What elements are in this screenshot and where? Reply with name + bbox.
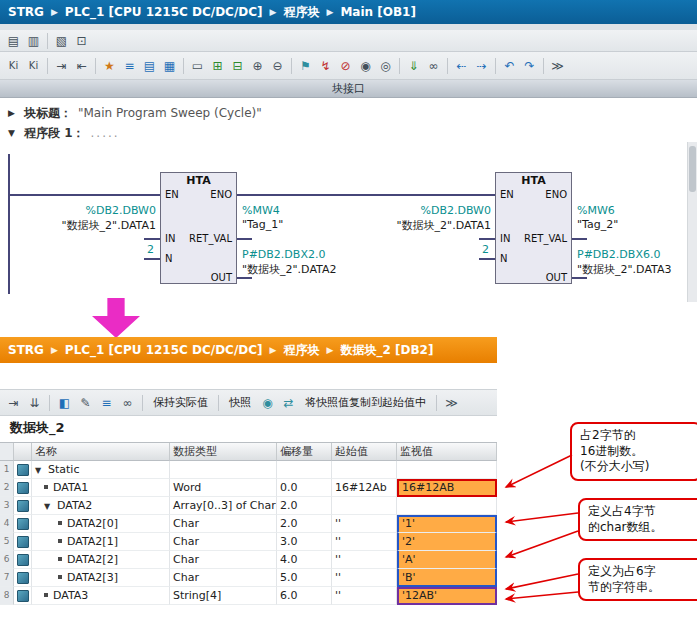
detail-view-icon[interactable]: ⊡ bbox=[72, 32, 91, 50]
var-name-cell[interactable]: DATA1 bbox=[32, 479, 170, 497]
var-name-cell[interactable]: DATA2[1] bbox=[32, 533, 170, 551]
snapshot-button[interactable]: 快照 bbox=[224, 394, 256, 411]
operand-address[interactable]: %DB2.DBW0 bbox=[30, 204, 156, 217]
breadcrumb-item-plc[interactable]: PLC_1 [CPU 1215C DC/DC/DC] bbox=[65, 343, 263, 357]
table-row[interactable]: 4 DATA2[0] Char 2.0 '' '1' bbox=[0, 515, 497, 533]
table-row[interactable]: 7 DATA2[3] Char 5.0 '' 'B' bbox=[0, 569, 497, 587]
network-comment[interactable]: ..... bbox=[91, 126, 120, 140]
operand-address[interactable]: P#DB2.DBX6.0 bbox=[577, 248, 660, 261]
expand-arrow-icon[interactable]: ▼ bbox=[8, 128, 18, 138]
var-type-cell[interactable]: Char bbox=[170, 533, 277, 551]
close-branch-icon[interactable]: ⊟ bbox=[228, 57, 247, 75]
library-icon[interactable]: ▧ bbox=[52, 32, 71, 50]
breadcrumb-item-project[interactable]: STRG bbox=[8, 343, 44, 357]
operand-address[interactable]: %DB2.DBW0 bbox=[365, 204, 491, 217]
breadcrumb-item-program-blocks[interactable]: 程序块 bbox=[283, 342, 319, 359]
network-1-header[interactable]: ▼ 程序段 1： ..... bbox=[0, 124, 697, 142]
hta-block-2[interactable]: HTA EN ENO IN N RET_VAL OUT bbox=[495, 172, 572, 284]
var-type-cell[interactable]: Char bbox=[170, 551, 277, 569]
operand-name[interactable]: "数据块_2".DATA3 bbox=[577, 262, 671, 277]
open-object-icon[interactable]: ▥ bbox=[24, 32, 43, 50]
insert-empty-box-icon[interactable]: ▦ bbox=[160, 57, 179, 75]
keep-actual-values-button[interactable]: 保持实际值 bbox=[148, 394, 213, 411]
operand-address[interactable]: %MW6 bbox=[577, 204, 615, 217]
var-start-cell[interactable]: '' bbox=[332, 587, 397, 605]
var-start-cell[interactable] bbox=[332, 497, 397, 515]
operand-address[interactable]: %MW4 bbox=[242, 204, 280, 217]
header-start[interactable]: 起始值 bbox=[332, 443, 397, 461]
var-start-cell[interactable]: 16#12Ab bbox=[332, 479, 397, 497]
var-type-cell[interactable]: Char bbox=[170, 515, 277, 533]
operand-name[interactable]: "数据块_2".DATA2 bbox=[242, 262, 336, 277]
operand-address[interactable]: P#DB2.DBX2.0 bbox=[242, 248, 325, 261]
table-row[interactable]: 1 ▼Static bbox=[0, 461, 497, 479]
delete-row-icon[interactable]: ⇤ bbox=[72, 57, 91, 75]
var-start-cell[interactable] bbox=[332, 461, 397, 479]
insert-input-icon[interactable]: ⊕ bbox=[248, 57, 267, 75]
insert-network-icon[interactable]: ▤ bbox=[140, 57, 159, 75]
header-type[interactable]: 数据类型 bbox=[170, 443, 277, 461]
operand-name[interactable]: "数据块_2".DATA1 bbox=[10, 218, 156, 233]
expand-all-icon[interactable]: ≫ bbox=[442, 394, 461, 412]
prev-error-icon[interactable]: ⇠ bbox=[452, 57, 471, 75]
comment-toggle-icon[interactable]: ▭ bbox=[188, 57, 207, 75]
insert-row-icon[interactable]: ⇥ bbox=[52, 57, 71, 75]
breadcrumb-item-plc[interactable]: PLC_1 [CPU 1215C DC/DC/DC] bbox=[65, 5, 263, 19]
var-name-cell[interactable]: ▼Static bbox=[32, 461, 170, 479]
next-error-icon[interactable]: ⇢ bbox=[472, 57, 491, 75]
block-title-value[interactable]: "Main Program Sweep (Cycle)" bbox=[78, 106, 262, 120]
monitor-all-glasses-icon[interactable]: ∞ bbox=[118, 394, 137, 412]
header-offset[interactable]: 偏移量 bbox=[277, 443, 332, 461]
snapshot-transfer-icon[interactable]: ⇄ bbox=[279, 394, 298, 412]
download-icon[interactable]: ⇓ bbox=[404, 57, 423, 75]
open-branch-icon[interactable]: ⊞ bbox=[208, 57, 227, 75]
load-start-values-icon[interactable]: ◧ bbox=[55, 394, 74, 412]
constant-value[interactable]: 2 bbox=[116, 243, 154, 256]
table-row[interactable]: 2 DATA1 Word 0.0 16#12Ab 16#12AB bbox=[0, 479, 497, 497]
var-name-cell[interactable]: DATA2[0] bbox=[32, 515, 170, 533]
var-name-cell[interactable]: DATA3 bbox=[32, 587, 170, 605]
expand-arrow-icon[interactable]: ▼ bbox=[44, 499, 53, 514]
var-type-cell[interactable]: Word bbox=[170, 479, 277, 497]
hta-block-1[interactable]: HTA EN ENO IN N RET_VAL OUT bbox=[160, 172, 237, 284]
operand-absolute-icon[interactable]: Ki bbox=[4, 57, 23, 75]
table-row[interactable]: 5 DATA2[1] Char 3.0 '' '2' bbox=[0, 533, 497, 551]
add-row-icon[interactable]: ⇊ bbox=[25, 394, 44, 412]
prev-usage-icon[interactable]: ↶ bbox=[500, 57, 519, 75]
var-name-cell[interactable]: DATA2[3] bbox=[32, 569, 170, 587]
monitoring-glasses-icon[interactable]: ∞ bbox=[424, 57, 443, 75]
breadcrumb-item-db2[interactable]: 数据块_2 [DB2] bbox=[340, 342, 433, 359]
table-row[interactable]: 3 ▼DATA2 Array[0..3] of Char 2.0 bbox=[0, 497, 497, 515]
var-type-cell[interactable]: Char bbox=[170, 569, 277, 587]
var-type-cell[interactable] bbox=[170, 461, 277, 479]
insert-row-icon[interactable]: ⇥ bbox=[4, 394, 23, 412]
remove-input-icon[interactable]: ⊖ bbox=[268, 57, 287, 75]
favorites-icon[interactable]: ★ bbox=[100, 57, 119, 75]
header-monitor[interactable]: 监视值 bbox=[397, 443, 497, 461]
stop-monitoring-icon[interactable]: ⊘ bbox=[336, 57, 355, 75]
coil-icon[interactable]: ◉ bbox=[356, 57, 375, 75]
network-list-icon[interactable]: ≡ bbox=[120, 57, 139, 75]
breadcrumb-item-program-blocks[interactable]: 程序块 bbox=[283, 4, 319, 21]
operand-name[interactable]: "Tag_1" bbox=[242, 218, 283, 231]
expand-all-icon[interactable]: ≫ bbox=[548, 57, 567, 75]
var-start-cell[interactable]: '' bbox=[332, 551, 397, 569]
var-type-cell[interactable]: String[4] bbox=[170, 587, 277, 605]
var-type-cell[interactable]: Array[0..3] of Char bbox=[170, 497, 277, 515]
next-usage-icon[interactable]: ↷ bbox=[520, 57, 539, 75]
copy-snapshot-to-start-button[interactable]: 将快照值复制到起始值中 bbox=[300, 394, 431, 411]
scrollbar-thumb[interactable] bbox=[689, 146, 696, 192]
header-name[interactable]: 名称 bbox=[32, 443, 170, 461]
breadcrumb-item-main-ob1[interactable]: Main [OB1] bbox=[340, 5, 416, 19]
list-icon[interactable]: ≡ bbox=[97, 394, 116, 412]
var-start-cell[interactable]: '' bbox=[332, 533, 397, 551]
breadcrumb-item-project[interactable]: STRG bbox=[8, 5, 44, 19]
contact-icon[interactable]: ◎ bbox=[376, 57, 395, 75]
var-name-cell[interactable]: DATA2[2] bbox=[32, 551, 170, 569]
table-row[interactable]: 8 DATA3 String[4] 6.0 '' '12AB' bbox=[0, 587, 497, 605]
operand-symbolic-icon[interactable]: Ki bbox=[24, 57, 43, 75]
var-start-cell[interactable]: '' bbox=[332, 515, 397, 533]
jump-label-icon[interactable]: ⚑ bbox=[296, 57, 315, 75]
var-start-cell[interactable]: '' bbox=[332, 569, 397, 587]
new-object-icon[interactable]: ▤ bbox=[4, 32, 23, 50]
